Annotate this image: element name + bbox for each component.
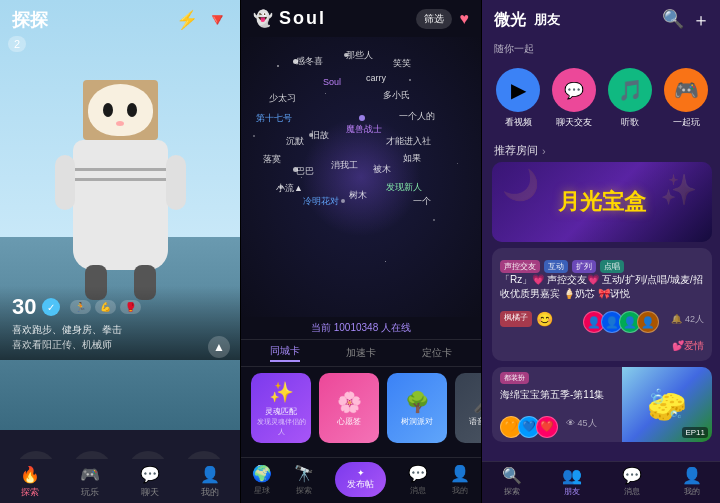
wg-nav-message[interactable]: 💬 消息	[622, 466, 642, 497]
wg-friends-icon: 👥	[562, 466, 582, 485]
avatar-4: 👤	[637, 311, 659, 333]
tab-add-card[interactable]: 加速卡	[346, 346, 376, 360]
message-nav-icon: 💬	[408, 464, 428, 483]
mic-icon: 🎤	[473, 390, 482, 414]
treehouse-label: 树洞派对	[401, 416, 433, 427]
profile-card[interactable]: 2	[0, 0, 240, 430]
wg-nav-me-label: 我的	[684, 486, 700, 497]
universe-label-carry: carry	[366, 73, 386, 83]
soul-treehouse-card[interactable]: 🌳 树洞派对	[387, 373, 447, 443]
wg-quick-actions: ▶ 看视频 💬 聊天交友 🎵 听歌 🎮 一起玩	[482, 58, 720, 139]
love-icon: 😊	[536, 311, 553, 327]
soul-wish-card[interactable]: 🌸 心愿签	[319, 373, 379, 443]
wg-explore-icon: 🔍	[502, 466, 522, 485]
soul-post-button[interactable]: ✦ 发布帖	[335, 462, 386, 497]
soul-match-sub: 发现灵魂伴侣的人	[255, 417, 307, 437]
soul-nav-me[interactable]: 👤 我的	[450, 464, 470, 496]
universe-label-16: 如果	[403, 152, 421, 165]
soul-online-count: 当前 10010348 人在线	[241, 317, 481, 339]
wg-friend-together-label: 随你一起	[482, 40, 720, 58]
room-card-2-title: 海绵宝宝第五季-第11集	[500, 388, 614, 402]
chat-icon: 💬	[140, 465, 160, 484]
universe-label-11: 才能进入社	[386, 135, 431, 148]
universe-label-9: 旧故	[311, 129, 329, 142]
tansuo-title: 探探	[12, 8, 48, 32]
nav-item-profile[interactable]: 👤 我的	[200, 465, 220, 499]
wg-room-card-2[interactable]: 都装扮 海绵宝宝第五季-第11集 🧡 💙 ❤️ 👁 45人 🧽 EP11	[492, 367, 712, 442]
dot-1	[293, 59, 298, 64]
search-icon[interactable]: 🔍	[662, 8, 684, 32]
room-card-1-title: 「Rz」💗 声控交友💗 互动/扩列/点唱/城麦/招收优质男嘉宾 🍦奶芯 🎀讶悦	[500, 273, 704, 301]
wg-me-icon: 👤	[682, 466, 702, 485]
tansuo-header: 探探 ⚡ 🔻	[0, 0, 240, 40]
soul-nav-star[interactable]: 🌍 星球	[252, 464, 272, 496]
episode-badge: EP11	[682, 427, 708, 438]
spongebob-icon: 🧽	[647, 386, 687, 424]
soul-nav-message-label: 消息	[410, 485, 426, 496]
soul-nav-message[interactable]: 💬 消息	[408, 464, 428, 496]
wg-tabs: 朋友	[534, 11, 560, 29]
spongebob-thumbnail: 🧽 EP11	[622, 367, 712, 442]
scroll-up-btn[interactable]: ▲	[208, 336, 230, 358]
soul-universe-map[interactable]: 感冬喜 那些人 笑笑 Soul carry 多小氏 少太习 第十七号 一个人的 …	[241, 37, 481, 317]
nav-item-play[interactable]: 🎮 玩乐	[80, 465, 100, 499]
profile-image	[55, 80, 185, 300]
filter-icon[interactable]: 🔻	[206, 9, 228, 31]
flower-icon: 🌸	[337, 390, 362, 414]
room-2-count: 👁 45人	[566, 417, 597, 430]
universe-label-soul: Soul	[323, 77, 341, 87]
universe-label-1: 感冬喜	[296, 55, 323, 68]
explore-icon: 🔥	[20, 465, 40, 484]
banner-title: 月光宝盒	[558, 187, 646, 217]
tag-anime: 都装扮	[500, 372, 529, 384]
soul-bottom-nav: 🌍 星球 🔭 探索 ✦ 发布帖 💬 消息 👤 我的	[241, 457, 481, 503]
wg-nav-friends[interactable]: 👥 朋友	[562, 466, 582, 497]
universe-label-15: 被木	[373, 163, 391, 176]
soul-voice-card[interactable]: 🎤 语音匹配	[455, 373, 481, 443]
nav-item-chat[interactable]: 💬 聊天	[140, 465, 160, 499]
qa-chat[interactable]: 💬 聊天交友	[552, 68, 596, 129]
wg-tab-friends[interactable]: 朋友	[534, 11, 560, 29]
qa-play[interactable]: 🎮 一起玩	[664, 68, 708, 129]
wg-nav-message-label: 消息	[624, 486, 640, 497]
dot-2	[344, 53, 348, 57]
universe-label-10: 魔兽战士	[346, 123, 382, 136]
soul-heart-icon[interactable]: ♥	[460, 10, 470, 28]
tag-expand: 扩列	[572, 260, 596, 273]
wg-message-icon: 💬	[622, 466, 642, 485]
watch-video-icon: ▶	[496, 68, 540, 112]
add-icon[interactable]: ＋	[692, 8, 710, 32]
soul-soul-match-card[interactable]: ✨ 灵魂匹配 发现灵魂伴侣的人	[251, 373, 311, 443]
universe-label-12: 落寞	[263, 153, 281, 166]
qa-watch-video[interactable]: ▶ 看视频	[496, 68, 540, 129]
music-label: 听歌	[621, 116, 639, 129]
tab-locate-card[interactable]: 定位卡	[422, 346, 452, 360]
wg-room-banner[interactable]: 🌙 ✨ 月光宝盒	[492, 162, 712, 242]
nav-item-explore[interactable]: 🔥 探索	[20, 465, 40, 499]
room-section-text: 推荐房间	[494, 143, 538, 158]
soul-nav-explore-label: 探索	[296, 485, 312, 496]
soul-action-tabs: 同城卡 加速卡 定位卡	[241, 339, 481, 367]
qa-music[interactable]: 🎵 听歌	[608, 68, 652, 129]
wg-header-icons: 🔍 ＋	[662, 8, 710, 32]
wg-bottom-nav: 🔍 探索 👥 朋友 💬 消息 👤 我的	[482, 461, 720, 503]
room-card-1-top: 声控交友 互动 扩列 点唱 「Rz」💗 声控交友💗 互动/扩列/点唱/城麦/招收…	[500, 256, 704, 301]
soul-nav-me-label: 我的	[452, 485, 468, 496]
wg-room-card-1[interactable]: 声控交友 互动 扩列 点唱 「Rz」💗 声控交友💗 互动/扩列/点唱/城麦/招收…	[492, 248, 712, 361]
wg-nav-explore[interactable]: 🔍 探索	[502, 466, 522, 497]
tab-friend-card[interactable]: 同城卡	[270, 344, 300, 362]
lightning-icon[interactable]: ⚡	[176, 9, 198, 31]
wg-nav-me[interactable]: 👤 我的	[682, 466, 702, 497]
dot-4	[293, 167, 298, 172]
soul-nav-explore[interactable]: 🔭 探索	[294, 464, 314, 496]
wg-nav-explore-label: 探索	[504, 486, 520, 497]
soul-match-label: 灵魂匹配	[265, 406, 297, 417]
room-card-1-tags: 声控交友 互动 扩列 点唱	[500, 260, 704, 273]
tag-sing: 点唱	[600, 260, 624, 273]
card-tags-line1: 喜欢跑步、健身房、拳击	[12, 323, 228, 337]
voice-label: 语音匹配	[469, 416, 481, 427]
universe-label-5: 少太习	[269, 92, 296, 105]
tansuo-panel: 探探 ⚡ 🔻 2	[0, 0, 240, 503]
universe-label-7: 一个人的	[399, 110, 435, 123]
soul-filter-button[interactable]: 筛选	[416, 9, 452, 29]
